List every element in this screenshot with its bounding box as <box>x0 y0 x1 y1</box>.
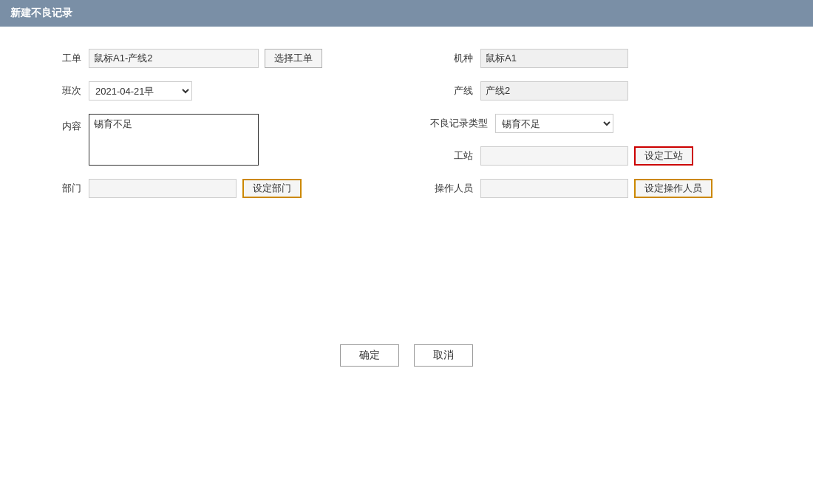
content-row: 内容 锡育不足 <box>30 114 392 166</box>
machine-type-field <box>480 49 628 68</box>
work-station-input[interactable] <box>480 146 628 166</box>
confirm-button[interactable]: 确定 <box>340 344 399 367</box>
cancel-button[interactable]: 取消 <box>414 344 473 367</box>
product-line-field <box>480 81 628 101</box>
product-line-input <box>480 81 628 101</box>
defect-type-row: 不良记录类型 锡育不足 其他 <box>421 114 783 133</box>
department-field: 设定部门 <box>89 179 302 198</box>
operator-row: 操作人员 设定操作人员 <box>421 179 783 198</box>
left-column: 工单 选择工单 班次 2021-04-21早 内容 锡育不足 <box>30 49 421 211</box>
set-department-button[interactable]: 设定部门 <box>242 179 302 198</box>
operator-label: 操作人员 <box>421 179 480 198</box>
footer-buttons: 确定 取消 <box>30 344 783 367</box>
work-station-label: 工站 <box>421 146 480 166</box>
defect-type-label: 不良记录类型 <box>421 114 495 133</box>
machine-type-row: 机种 <box>421 49 783 68</box>
operator-field: 设定操作人员 <box>480 179 712 198</box>
title-bar: 新建不良记录 <box>0 0 813 27</box>
work-order-row: 工单 选择工单 <box>30 49 392 68</box>
work-station-field: 设定工站 <box>480 146 693 166</box>
content-field: 锡育不足 <box>89 114 259 166</box>
set-work-station-button[interactable]: 设定工站 <box>634 146 693 166</box>
work-station-row: 工站 设定工站 <box>421 146 783 166</box>
machine-type-label: 机种 <box>421 49 480 68</box>
right-column: 机种 产线 不良记录类型 锡育不足 其他 <box>421 49 783 211</box>
work-order-input[interactable] <box>89 49 259 68</box>
two-column-layout: 工单 选择工单 班次 2021-04-21早 内容 锡育不足 <box>30 49 783 211</box>
shift-row: 班次 2021-04-21早 <box>30 81 392 101</box>
page-title: 新建不良记录 <box>10 7 72 20</box>
product-line-label: 产线 <box>421 81 480 101</box>
select-work-order-button[interactable]: 选择工单 <box>265 49 322 68</box>
shift-label: 班次 <box>30 81 89 101</box>
work-order-field: 选择工单 <box>89 49 322 68</box>
content-textarea[interactable]: 锡育不足 <box>89 114 259 166</box>
content-label: 内容 <box>30 117 89 136</box>
work-order-label: 工单 <box>30 49 89 68</box>
machine-type-input <box>480 49 628 68</box>
department-input[interactable] <box>89 179 237 198</box>
defect-type-select[interactable]: 锡育不足 其他 <box>495 114 613 133</box>
product-line-row: 产线 <box>421 81 783 101</box>
shift-select[interactable]: 2021-04-21早 <box>89 81 192 101</box>
form-container: 工单 选择工单 班次 2021-04-21早 内容 锡育不足 <box>0 27 813 389</box>
set-operator-button[interactable]: 设定操作人员 <box>634 179 712 198</box>
defect-type-field: 锡育不足 其他 <box>495 114 613 133</box>
shift-field: 2021-04-21早 <box>89 81 192 101</box>
department-row: 部门 设定部门 <box>30 179 392 198</box>
operator-input[interactable] <box>480 179 628 198</box>
department-label: 部门 <box>30 179 89 198</box>
